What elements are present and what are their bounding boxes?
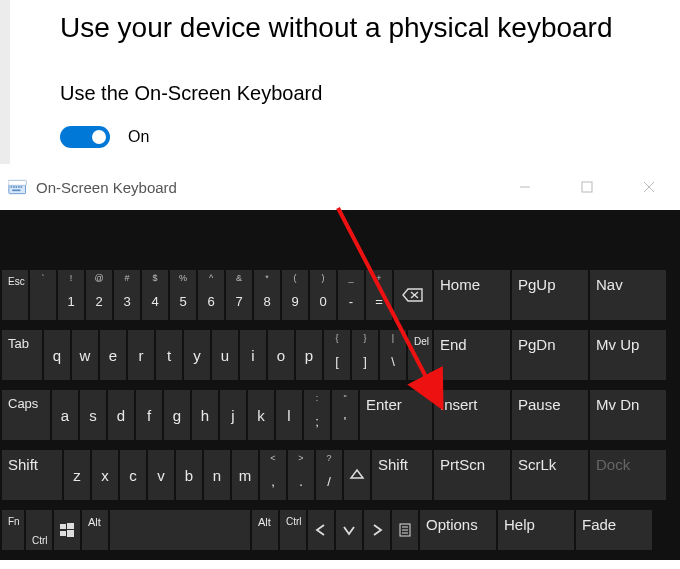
svg-rect-17 xyxy=(67,530,74,537)
key-v[interactable]: v xyxy=(148,450,174,500)
key-pgup[interactable]: PgUp xyxy=(512,270,588,320)
key-e[interactable]: e xyxy=(100,330,126,380)
key-w[interactable]: w xyxy=(72,330,98,380)
key-alt-left[interactable]: Alt xyxy=(82,510,108,550)
key-fn[interactable]: Fn xyxy=(2,510,24,550)
key-z[interactable]: z xyxy=(64,450,90,500)
svg-rect-4 xyxy=(16,186,18,188)
key-t[interactable]: t xyxy=(156,330,182,380)
osk-row-2: Tab q w e r t y u i o p {[ }] |\ Del End… xyxy=(0,330,680,380)
key-s[interactable]: s xyxy=(80,390,106,440)
key-enter[interactable]: Enter xyxy=(360,390,432,440)
minimize-button[interactable] xyxy=(494,164,556,210)
key-scrlk[interactable]: ScrLk xyxy=(512,450,588,500)
key-0[interactable]: )0 xyxy=(310,270,336,320)
key-apostrophe[interactable]: "' xyxy=(332,390,358,440)
osk-titlebar[interactable]: On-Screen Keyboard xyxy=(0,164,680,210)
key-context-menu[interactable] xyxy=(392,510,418,550)
key-b[interactable]: b xyxy=(176,450,202,500)
key-ctrl-left[interactable]: Ctrl xyxy=(26,510,52,550)
key-help[interactable]: Help xyxy=(498,510,574,550)
key-semicolon[interactable]: :; xyxy=(304,390,330,440)
key-d[interactable]: d xyxy=(108,390,134,440)
key-backslash[interactable]: |\ xyxy=(380,330,406,380)
maximize-button[interactable] xyxy=(556,164,618,210)
key-r[interactable]: r xyxy=(128,330,154,380)
key-fade[interactable]: Fade xyxy=(576,510,652,550)
key-alt-right[interactable]: Alt xyxy=(252,510,278,550)
key-backspace[interactable] xyxy=(394,270,432,320)
key-j[interactable]: j xyxy=(220,390,246,440)
key-c[interactable]: c xyxy=(120,450,146,500)
key-caps[interactable]: Caps xyxy=(2,390,50,440)
key-m[interactable]: m xyxy=(232,450,258,500)
osk-setting-label: Use the On-Screen Keyboard xyxy=(60,82,322,105)
key-arrow-left[interactable] xyxy=(308,510,334,550)
key-q[interactable]: q xyxy=(44,330,70,380)
key-u[interactable]: u xyxy=(212,330,238,380)
key-n[interactable]: n xyxy=(204,450,230,500)
osk-row-5: Fn Ctrl Alt Alt Ctrl Options Help Fade xyxy=(0,510,680,550)
key-7[interactable]: &7 xyxy=(226,270,252,320)
arrow-down-icon xyxy=(342,523,356,537)
key-a[interactable]: a xyxy=(52,390,78,440)
key-4[interactable]: $4 xyxy=(142,270,168,320)
key-6[interactable]: ^6 xyxy=(198,270,224,320)
key-o[interactable]: o xyxy=(268,330,294,380)
key-period[interactable]: >. xyxy=(288,450,314,500)
key-k[interactable]: k xyxy=(248,390,274,440)
osk-toggle-row: On xyxy=(60,126,149,148)
key-rbracket[interactable]: }] xyxy=(352,330,378,380)
arrow-left-icon xyxy=(314,523,328,537)
key-arrow-down[interactable] xyxy=(336,510,362,550)
key-prtscn[interactable]: PrtScn xyxy=(434,450,510,500)
toggle-knob xyxy=(92,130,106,144)
key-del[interactable]: Del xyxy=(408,330,432,380)
key-pause[interactable]: Pause xyxy=(512,390,588,440)
key-options[interactable]: Options xyxy=(420,510,496,550)
key-pgdn[interactable]: PgDn xyxy=(512,330,588,380)
key-3[interactable]: #3 xyxy=(114,270,140,320)
key-9[interactable]: (9 xyxy=(282,270,308,320)
key-g[interactable]: g xyxy=(164,390,190,440)
key-end[interactable]: End xyxy=(434,330,510,380)
key-lbracket[interactable]: {[ xyxy=(324,330,350,380)
key-home[interactable]: Home xyxy=(434,270,510,320)
key-slash[interactable]: ?/ xyxy=(316,450,342,500)
key-l[interactable]: l xyxy=(276,390,302,440)
key-p[interactable]: p xyxy=(296,330,322,380)
key-tab[interactable]: Tab xyxy=(2,330,42,380)
key-2[interactable]: @2 xyxy=(86,270,112,320)
key-mvdn[interactable]: Mv Dn xyxy=(590,390,666,440)
key-8[interactable]: *8 xyxy=(254,270,280,320)
key-minus[interactable]: _- xyxy=(338,270,364,320)
key-5[interactable]: %5 xyxy=(170,270,196,320)
key-comma[interactable]: <, xyxy=(260,450,286,500)
key-i[interactable]: i xyxy=(240,330,266,380)
key-shift-right[interactable]: Shift xyxy=(372,450,432,500)
key-mvup[interactable]: Mv Up xyxy=(590,330,666,380)
key-dock[interactable]: Dock xyxy=(590,450,666,500)
key-f[interactable]: f xyxy=(136,390,162,440)
key-win[interactable] xyxy=(54,510,80,550)
key-esc[interactable]: Esc xyxy=(2,270,28,320)
backspace-icon xyxy=(402,288,424,302)
key-insert[interactable]: Insert xyxy=(434,390,510,440)
key-y[interactable]: y xyxy=(184,330,210,380)
key-arrow-up[interactable] xyxy=(344,450,370,500)
key-arrow-right[interactable] xyxy=(364,510,390,550)
key-nav[interactable]: Nav xyxy=(590,270,666,320)
key-equals[interactable]: += xyxy=(366,270,392,320)
key-x[interactable]: x xyxy=(92,450,118,500)
menu-icon xyxy=(399,523,411,537)
svg-rect-3 xyxy=(13,186,15,188)
key-h[interactable]: h xyxy=(192,390,218,440)
key-1[interactable]: !1 xyxy=(58,270,84,320)
osk-toggle-state: On xyxy=(128,128,149,146)
key-ctrl-right[interactable]: Ctrl xyxy=(280,510,306,550)
key-shift-left[interactable]: Shift xyxy=(2,450,62,500)
key-backtick[interactable]: ` xyxy=(30,270,56,320)
key-space[interactable] xyxy=(110,510,250,550)
osk-toggle[interactable] xyxy=(60,126,110,148)
close-button[interactable] xyxy=(618,164,680,210)
